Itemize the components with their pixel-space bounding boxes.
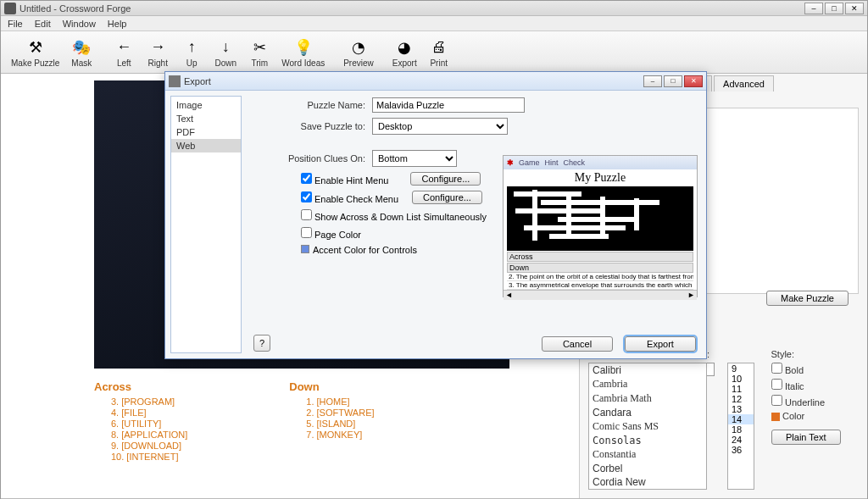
size-item[interactable]: 18 xyxy=(728,424,754,435)
dialog-footer: Cancel Export xyxy=(542,336,696,352)
across-clue[interactable]: 9. [DOWNLOAD] xyxy=(103,441,187,451)
font-list[interactable]: CalibriCambriaCambria MathCandaraComic S… xyxy=(588,363,707,490)
puzzle-name-input[interactable] xyxy=(372,97,525,113)
plain-text-button[interactable]: Plain Text xyxy=(771,430,841,445)
maximize-button[interactable]: □ xyxy=(825,3,843,14)
size-list[interactable]: 91011121314182436 xyxy=(727,363,754,490)
window-title: Untitled - Crossword Forge xyxy=(19,3,804,14)
across-clue[interactable]: 10. [INTERNET] xyxy=(103,452,187,462)
position-clues-select[interactable]: Bottom xyxy=(372,150,457,167)
dialog-minimize-button[interactable]: – xyxy=(643,75,662,87)
size-item[interactable]: 10 xyxy=(728,374,754,384)
app-icon xyxy=(4,3,16,14)
tool-make-puzzle[interactable]: ⚒Make Puzzle xyxy=(8,36,63,69)
size-item[interactable]: 14 xyxy=(728,414,754,424)
export-format-web[interactable]: Web xyxy=(171,139,241,152)
make-puzzle-button[interactable]: Make Puzzle xyxy=(766,291,849,306)
across-clue[interactable]: 8. [APPLICATION] xyxy=(103,430,187,440)
font-item[interactable]: Constantia xyxy=(589,447,706,462)
enable-hint-checkbox[interactable]: Enable Hint Menu xyxy=(301,173,388,186)
underline-checkbox[interactable]: Underline xyxy=(771,395,841,408)
across-clue[interactable]: 6. [UTILITY] xyxy=(103,419,187,429)
help-button[interactable]: ? xyxy=(253,335,270,352)
up-icon: ↑ xyxy=(181,37,202,58)
font-item[interactable]: Corbel xyxy=(589,462,706,475)
tool-label: Word Ideas xyxy=(281,58,325,68)
mask-icon: 🎭 xyxy=(71,37,92,58)
down-clue[interactable]: 5. [ISLAND] xyxy=(298,419,374,429)
size-item[interactable]: 12 xyxy=(728,394,754,404)
size-item[interactable]: 11 xyxy=(728,384,754,394)
configure-hint-button[interactable]: Configure... xyxy=(410,172,481,186)
tool-label: Preview xyxy=(343,58,374,68)
font-item[interactable]: Cambria Math xyxy=(589,391,706,406)
font-section: CalibriCambriaCambria MathCandaraComic S… xyxy=(580,363,867,490)
save-to-select[interactable]: Desktop xyxy=(372,118,508,135)
close-button[interactable]: ✕ xyxy=(845,3,864,14)
cancel-button[interactable]: Cancel xyxy=(542,336,613,352)
tool-label: Export xyxy=(392,58,417,68)
down-clue[interactable]: 7. [MONKEY] xyxy=(298,430,374,440)
font-item[interactable]: Consolas xyxy=(589,434,706,447)
size-item[interactable]: 24 xyxy=(728,435,754,445)
scroll-left-icon[interactable]: ◄ xyxy=(505,291,513,300)
puzzle-name-label: Puzzle Name: xyxy=(250,100,372,110)
tool-right[interactable]: →Right xyxy=(142,36,173,69)
menu-file[interactable]: File xyxy=(3,18,28,30)
export-format-list[interactable]: ImageTextPDFWeb xyxy=(170,96,242,353)
down-clue[interactable]: 1. [HOME] xyxy=(298,396,374,407)
size-item[interactable]: 36 xyxy=(728,445,754,455)
tool-trim[interactable]: ✂Trim xyxy=(244,36,275,69)
export-format-pdf[interactable]: PDF xyxy=(171,125,241,139)
export-format-image[interactable]: Image xyxy=(171,98,241,112)
menu-window[interactable]: Window xyxy=(58,18,101,30)
italic-checkbox[interactable]: Italic xyxy=(771,379,841,391)
tab-advanced[interactable]: Advanced xyxy=(714,75,774,91)
across-title: Across xyxy=(94,380,187,393)
enable-check-checkbox[interactable]: Enable Check Menu xyxy=(301,191,398,204)
configure-check-button[interactable]: Configure... xyxy=(412,191,482,204)
tool-preview[interactable]: ◔Preview xyxy=(340,36,377,69)
tool-export[interactable]: ◕Export xyxy=(389,36,420,69)
tool-word-ideas[interactable]: 💡Word Ideas xyxy=(278,36,328,69)
down-icon: ↓ xyxy=(215,37,236,58)
menu-edit[interactable]: Edit xyxy=(30,18,56,30)
tool-label: Down xyxy=(214,58,236,68)
tool-mask[interactable]: 🎭Mask xyxy=(66,36,97,69)
down-clue[interactable]: 2. [SOFTWARE] xyxy=(298,408,374,418)
preview-scrollbar[interactable]: ◄ ► xyxy=(504,290,697,300)
show-across-down-checkbox[interactable]: Show Across & Down List Simultaneously xyxy=(301,209,487,222)
font-item[interactable]: Comic Sans MS xyxy=(589,419,706,434)
font-item[interactable]: Cambria xyxy=(589,377,706,391)
bold-checkbox[interactable]: Bold xyxy=(771,363,841,375)
page-color-checkbox[interactable]: Page Color xyxy=(301,227,361,240)
font-item[interactable]: Calibri xyxy=(589,363,706,377)
menu-help[interactable]: Help xyxy=(103,18,132,30)
across-clue[interactable]: 3. [PROGRAM] xyxy=(103,396,187,407)
export-button[interactable]: Export xyxy=(625,336,696,352)
scroll-right-icon[interactable]: ► xyxy=(687,291,695,300)
font-item[interactable]: Candara xyxy=(589,406,706,419)
dialog-close-button[interactable]: ✕ xyxy=(684,75,703,87)
color-checkbox[interactable]: Color xyxy=(771,411,841,421)
dialog-body: ImageTextPDFWeb Puzzle Name: Save Puzzle… xyxy=(165,91,706,358)
preview-across-header: Across xyxy=(507,252,693,262)
export-format-text[interactable]: Text xyxy=(171,112,241,125)
across-clues: Across 3. [PROGRAM]4. [FILE]6. [UTILITY]… xyxy=(94,380,187,463)
minimize-button[interactable]: – xyxy=(804,3,823,14)
preview-title: My Puzzle xyxy=(504,169,697,186)
font-item[interactable]: CordiaUPC xyxy=(589,489,706,490)
dialog-maximize-button[interactable]: □ xyxy=(664,75,682,87)
style-column: Bold Italic Underline Color Plain Text xyxy=(771,363,841,490)
tool-print[interactable]: 🖨Print xyxy=(424,36,454,69)
across-clue[interactable]: 4. [FILE] xyxy=(103,408,187,418)
accent-color-checkbox[interactable]: Accent Color for Controls xyxy=(301,245,417,255)
size-item[interactable]: 9 xyxy=(728,363,754,374)
tool-label: Left xyxy=(117,58,131,68)
tool-label: Mask xyxy=(71,58,92,68)
tool-down[interactable]: ↓Down xyxy=(210,36,241,69)
tool-left[interactable]: ←Left xyxy=(108,36,139,69)
size-item[interactable]: 13 xyxy=(728,404,754,414)
tool-up[interactable]: ↑Up xyxy=(176,36,207,69)
font-item[interactable]: Cordia New xyxy=(589,475,706,489)
